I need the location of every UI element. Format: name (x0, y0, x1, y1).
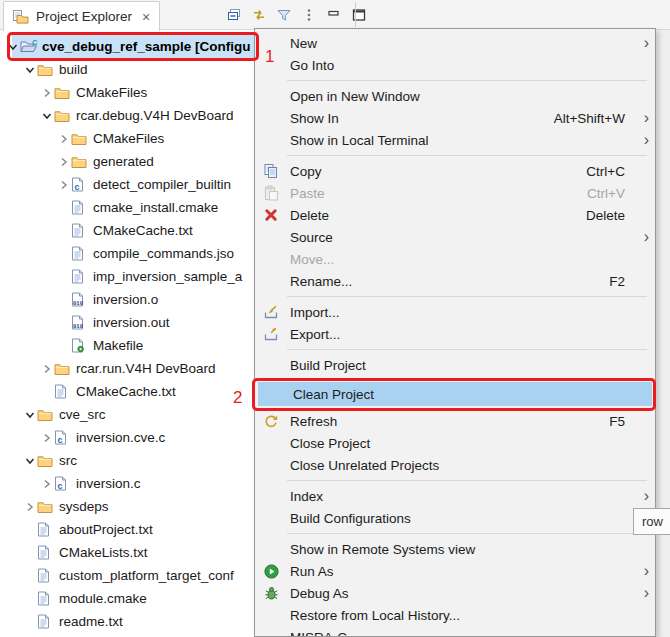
menu-icon-spacer (261, 88, 281, 104)
menu-item-delete[interactable]: DeleteDelete (255, 204, 655, 226)
expander-collapsed-icon[interactable] (57, 156, 71, 168)
menu-separator (287, 296, 647, 297)
menu-item-label: Close Project (281, 436, 625, 451)
menu-item-open-in-new-window[interactable]: Open in New Window (255, 85, 655, 107)
menu-item-move[interactable]: Move... (255, 248, 655, 270)
menu-item-label: Move... (281, 252, 625, 267)
menu-item-accelerator: Ctrl+C (586, 164, 637, 179)
menu-item-show-in-local-terminal[interactable]: Show in Local Terminal› (255, 129, 655, 151)
expander-collapsed-icon[interactable] (40, 432, 54, 444)
menu-item-misra-c[interactable]: MISRA-C... (255, 626, 655, 637)
menu-item-import[interactable]: Import... (255, 301, 655, 323)
menu-item-index[interactable]: Index› (255, 485, 655, 507)
close-icon[interactable]: × (142, 10, 150, 24)
submenu-arrow-icon: › (637, 229, 649, 245)
tree-item-label: readme.txt (55, 614, 123, 629)
menu-item-label: Restore from Local History... (281, 608, 625, 623)
menu-item-label: Index (281, 489, 625, 504)
collapse-all-icon[interactable] (224, 5, 244, 25)
menu-icon-spacer (261, 607, 281, 623)
menu-icon-spacer (261, 57, 281, 73)
minimize-icon[interactable] (324, 5, 344, 25)
expander-collapsed-icon[interactable] (40, 363, 54, 375)
tree-item-label: detect_compiler_builtin (89, 177, 231, 192)
expander-expanded-icon[interactable] (23, 455, 37, 467)
menu-item-new[interactable]: New› (255, 32, 655, 54)
menu-item-close-unrelated-projects[interactable]: Close Unrelated Projects (255, 454, 655, 476)
menu-item-build-configurations[interactable]: Build Configurations› (255, 507, 655, 529)
tree-item-label: src (55, 453, 77, 468)
submenu-arrow-icon: › (637, 35, 649, 51)
menu-icon-spacer (261, 132, 281, 148)
tree-item-label: inversion.o (89, 292, 158, 307)
workbench: Project Explorer × Ccve_debug_ref_sample… (0, 0, 670, 637)
menu-item-restore-from-local-history[interactable]: Restore from Local History... (255, 604, 655, 626)
menu-item-refresh[interactable]: RefreshF5 (255, 410, 655, 432)
expander-spacer (57, 317, 71, 329)
text-file-icon (71, 269, 89, 285)
c-file-icon: c (54, 476, 72, 492)
menu-item-copy[interactable]: CopyCtrl+C (255, 160, 655, 182)
menu-item-label: Delete (281, 208, 586, 223)
expander-collapsed-icon[interactable] (40, 87, 54, 99)
menu-item-go-into[interactable]: Go Into (255, 54, 655, 76)
submenu-arrow-icon: › (637, 110, 649, 126)
submenu-arrow-icon: › (637, 563, 649, 579)
menu-item-show-in[interactable]: Show InAlt+Shift+W› (255, 107, 655, 129)
menu-item-export[interactable]: Export... (255, 323, 655, 345)
menu-icon-spacer (261, 357, 281, 373)
filter-icon[interactable] (274, 5, 294, 25)
tree-item-label: aboutProject.txt (55, 522, 153, 537)
c-project-icon: C (20, 39, 38, 55)
menu-item-run-as[interactable]: Run As› (255, 560, 655, 582)
menu-item-label: Import... (281, 305, 625, 320)
expander-collapsed-icon[interactable] (40, 478, 54, 490)
debug-as-icon (261, 585, 281, 601)
menu-item-paste[interactable]: PasteCtrl+V (255, 182, 655, 204)
menu-item-label: Rename... (281, 274, 609, 289)
text-file-icon (37, 522, 55, 538)
menu-item-label: Clean Project (284, 387, 622, 402)
tree-item-label: inversion.cve.c (72, 430, 165, 445)
menu-item-source[interactable]: Source› (255, 226, 655, 248)
expander-collapsed-icon[interactable] (57, 179, 71, 191)
menu-item-accelerator: Alt+Shift+W (554, 111, 637, 126)
view-menu-icon[interactable] (299, 5, 319, 25)
menu-icon-spacer (261, 110, 281, 126)
expander-expanded-icon[interactable] (23, 409, 37, 421)
expander-spacer (40, 386, 54, 398)
menu-icon-spacer (261, 35, 281, 51)
folder-icon (71, 131, 89, 147)
delete-icon (261, 207, 281, 223)
menu-item-close-project[interactable]: Close Project (255, 432, 655, 454)
c-file-icon: c (54, 430, 72, 446)
link-with-editor-icon[interactable] (249, 5, 269, 25)
maximize-icon[interactable] (349, 5, 369, 25)
expander-expanded-icon[interactable] (40, 110, 54, 122)
text-file-icon (71, 246, 89, 262)
binary-file-icon: 010 (71, 315, 89, 331)
expander-expanded-icon[interactable] (6, 41, 20, 53)
view-header: Project Explorer × (0, 0, 670, 30)
menu-separator (287, 533, 647, 534)
submenu-arrow-icon: › (637, 132, 649, 148)
submenu-arrow-icon: › (637, 585, 649, 601)
menu-item-show-in-remote-systems-view[interactable]: Show in Remote Systems view (255, 538, 655, 560)
menu-item-rename[interactable]: Rename...F2 (255, 270, 655, 292)
expander-collapsed-icon[interactable] (23, 501, 37, 513)
menu-item-clean-project[interactable]: Clean Project (258, 382, 652, 406)
expander-spacer (23, 593, 37, 605)
folder-icon (54, 85, 72, 101)
refresh-icon (261, 413, 281, 429)
tree-item-label: build (55, 62, 88, 77)
tree-item-label: compile_commands.jso (89, 246, 234, 261)
svg-text:c: c (58, 435, 63, 445)
svg-text:c: c (75, 182, 80, 192)
expander-expanded-icon[interactable] (23, 64, 37, 76)
menu-item-label: Refresh (281, 414, 609, 429)
menu-item-debug-as[interactable]: Debug As› (255, 582, 655, 604)
tab-project-explorer[interactable]: Project Explorer × (3, 1, 160, 31)
expander-collapsed-icon[interactable] (57, 133, 71, 145)
tree-item-label: CMakeCache.txt (72, 384, 176, 399)
menu-item-build-project[interactable]: Build Project (255, 354, 655, 376)
